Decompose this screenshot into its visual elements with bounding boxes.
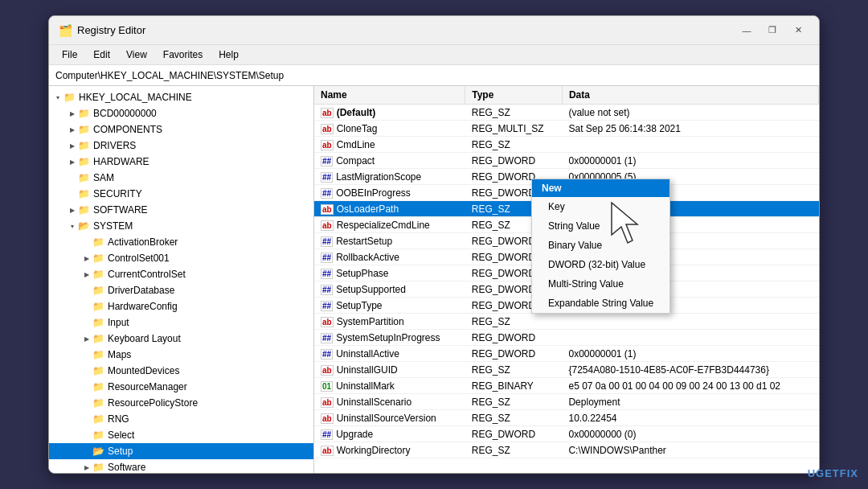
table-row[interactable]: ##RestartSetup xyxy=(314,233,465,249)
ctx-item-binary-value[interactable]: Binary Value xyxy=(532,236,669,255)
chevron-icon: ▾ xyxy=(52,94,63,101)
table-row[interactable]: abRespecializeCmdLine xyxy=(314,217,465,233)
table-row[interactable]: ##Upgrade xyxy=(314,426,465,442)
tree-label: DriverDatabase xyxy=(108,285,174,296)
ctx-item-multi-string[interactable]: Multi-String Value xyxy=(532,274,669,294)
table-row[interactable]: ##Compact xyxy=(314,153,465,169)
tree-item-system[interactable]: ▾ 📂 SYSTEM xyxy=(49,218,313,234)
table-row[interactable]: abUninstallScenario xyxy=(314,394,465,410)
main-area: ▾ 📁 HKEY_LOCAL_MACHINE ▶ 📁 BCD00000000 ▶… xyxy=(49,86,819,473)
window-controls: — ❐ ✕ xyxy=(735,23,809,39)
table-row[interactable]: abCloneTag xyxy=(314,121,465,137)
title-bar: 🗂️ Registry Editor — ❐ ✕ xyxy=(49,16,819,45)
table-cell-data: {7254A080-1510-4E85-AC0F-E7FB3D444736} xyxy=(562,362,818,378)
app-icon: 🗂️ xyxy=(59,24,72,37)
folder-icon: 📁 xyxy=(92,429,104,441)
tree-item-components[interactable]: ▶ 📁 COMPONENTS xyxy=(49,121,313,138)
table-row[interactable]: ab(Default) xyxy=(314,105,465,121)
tree-label: SAM xyxy=(93,172,114,183)
tree-item-bcd[interactable]: ▶ 📁 BCD00000000 xyxy=(49,105,313,121)
table-cell-data: Deployment xyxy=(562,394,818,410)
close-button[interactable]: ✕ xyxy=(787,23,809,39)
folder-icon: 📂 xyxy=(92,446,104,457)
table-cell-type: REG_BINARY xyxy=(465,378,563,394)
tree-item-driverdatabase[interactable]: 📁 DriverDatabase xyxy=(49,282,313,298)
content-panel[interactable]: Name Type Data ab(Default) REG_SZ (value… xyxy=(314,86,819,473)
tree-label: HKEY_LOCAL_MACHINE xyxy=(79,92,192,103)
ctx-item-string-value[interactable]: String Value xyxy=(532,216,669,236)
table-cell-type: REG_SZ xyxy=(465,314,563,330)
tree-item-rng[interactable]: 📁 RNG xyxy=(49,411,313,427)
table-row[interactable]: ##UninstallActive xyxy=(314,346,465,362)
tree-item-resourcemanager[interactable]: 📁 ResourceManager xyxy=(49,379,313,395)
menu-help[interactable]: Help xyxy=(212,47,245,63)
tree-label: ActivationBroker xyxy=(108,236,178,248)
tree-item-input[interactable]: 📁 Input xyxy=(49,314,313,331)
tree-label: SECURITY xyxy=(93,188,142,199)
table-cell-type: REG_MULTI_SZ xyxy=(465,121,563,137)
tree-item-hklm[interactable]: ▾ 📁 HKEY_LOCAL_MACHINE xyxy=(49,89,313,105)
ctx-item-expandable-string[interactable]: Expandable String Value xyxy=(532,294,669,313)
registry-editor-window: 🗂️ Registry Editor — ❐ ✕ File Edit View … xyxy=(48,15,820,474)
table-row[interactable]: ##SystemSetupInProgress xyxy=(314,330,465,346)
table-row[interactable]: abCmdLine xyxy=(314,137,465,153)
table-cell-type: REG_SZ xyxy=(465,362,563,378)
tree-item-maps[interactable]: 📁 Maps xyxy=(49,347,313,363)
maximize-button[interactable]: ❐ xyxy=(761,23,784,39)
tree-item-software-hklm[interactable]: ▶ 📁 SOFTWARE xyxy=(49,202,313,218)
table-row[interactable]: ##LastMigrationScope xyxy=(314,169,465,185)
table-row[interactable]: abWorkingDirectory xyxy=(314,442,465,458)
tree-item-security[interactable]: 📁 SECURITY xyxy=(49,186,313,202)
table-row[interactable]: ##SetupPhase xyxy=(314,265,465,281)
table-row[interactable]: abSystemPartition xyxy=(314,314,465,330)
tree-item-currentcontrolset[interactable]: ▶ 📁 CurrentControlSet xyxy=(49,266,313,282)
tree-item-activationbroker[interactable]: 📁 ActivationBroker xyxy=(49,234,313,250)
menu-view[interactable]: View xyxy=(120,47,154,63)
folder-icon: 📁 xyxy=(78,172,90,183)
tree-item-setup[interactable]: 📂 Setup xyxy=(49,443,313,459)
context-menu-header: New xyxy=(532,179,669,197)
tree-label: Keyboard Layout xyxy=(108,333,181,344)
col-name[interactable]: Name xyxy=(314,86,465,105)
tree-item-hardware[interactable]: ▶ 📁 HARDWARE xyxy=(49,154,313,170)
table-cell-data: Sat Sep 25 06:14:38 2021 xyxy=(562,121,818,137)
tree-label: RNG xyxy=(108,413,129,425)
table-cell-type: REG_SZ xyxy=(465,137,563,153)
folder-icon: 📁 xyxy=(78,140,90,151)
table-row[interactable]: ##SetupType xyxy=(314,298,465,314)
tree-panel[interactable]: ▾ 📁 HKEY_LOCAL_MACHINE ▶ 📁 BCD00000000 ▶… xyxy=(49,86,314,473)
folder-icon: 📂 xyxy=(78,220,90,232)
tree-label: ResourceManager xyxy=(108,381,187,392)
tree-label: Maps xyxy=(108,349,131,360)
col-type[interactable]: Type xyxy=(465,86,563,105)
table-row[interactable]: ##RollbackActive xyxy=(314,249,465,265)
table-row[interactable]: 01UninstallMark xyxy=(314,378,465,394)
minimize-button[interactable]: — xyxy=(735,23,758,39)
tree-item-select[interactable]: 📁 Select xyxy=(49,427,313,443)
table-cell-data: 0x00000001 (1) xyxy=(562,153,818,169)
table-cell-type: REG_SZ xyxy=(465,442,563,458)
chevron-icon: ▾ xyxy=(67,223,78,230)
table-row[interactable]: ##OOBEInProgress xyxy=(314,185,465,201)
tree-item-mounteddevices[interactable]: 📁 MountedDevices xyxy=(49,363,313,379)
tree-item-resourcepolicystore[interactable]: 📁 ResourcePolicyStore xyxy=(49,395,313,411)
ctx-item-dword-value[interactable]: DWORD (32-bit) Value xyxy=(532,255,669,274)
menu-favorites[interactable]: Favorites xyxy=(157,47,209,63)
tree-item-sam[interactable]: 📁 SAM xyxy=(49,170,313,186)
tree-item-controlset001[interactable]: ▶ 📁 ControlSet001 xyxy=(49,250,313,266)
table-row[interactable]: ##SetupSupported xyxy=(314,281,465,298)
tree-item-software-system[interactable]: ▶ 📁 Software xyxy=(49,459,313,473)
tree-item-keyboardlayout[interactable]: ▶ 📁 Keyboard Layout xyxy=(49,331,313,347)
table-row[interactable]: abOsLoaderPath xyxy=(314,201,465,217)
table-row[interactable]: abUninstallGUID xyxy=(314,362,465,378)
table-row[interactable]: abUninstallSourceVersion xyxy=(314,410,465,426)
tree-item-hardwareconfig[interactable]: 📁 HardwareConfig xyxy=(49,298,313,314)
menu-edit[interactable]: Edit xyxy=(87,47,117,63)
folder-icon: 📁 xyxy=(92,285,104,296)
tree-item-drivers[interactable]: ▶ 📁 DRIVERS xyxy=(49,138,313,154)
chevron-icon: ▶ xyxy=(67,142,78,150)
ctx-item-key[interactable]: Key xyxy=(532,197,669,216)
col-data[interactable]: Data xyxy=(562,86,818,105)
menu-file[interactable]: File xyxy=(55,47,84,63)
tree-label: Software xyxy=(108,462,145,473)
